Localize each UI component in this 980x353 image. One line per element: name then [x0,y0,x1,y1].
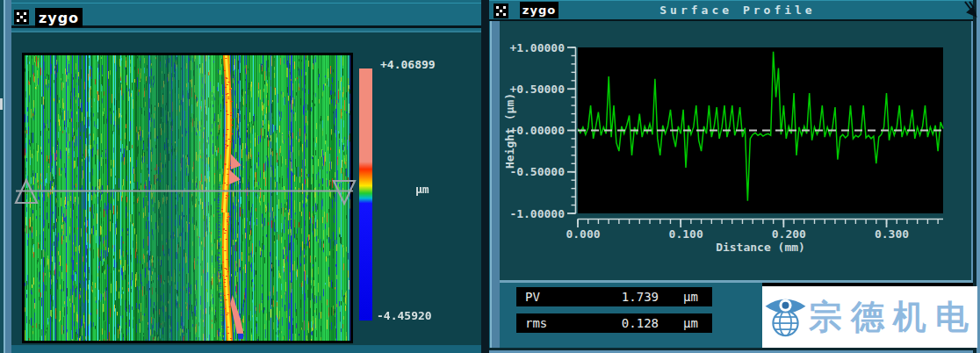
rms-readout: rms 0.128 µm [516,313,712,333]
surface-profile-window-edge [490,21,500,353]
svg-text:+1.00000: +1.00000 [509,41,565,54]
surface-profile-chart[interactable]: +1.00000+0.50000+0.00000-0.50000-1.00000… [500,21,973,283]
window-menu-icon [496,6,506,16]
x-axis-title: Distance (mm) [716,241,805,254]
svg-text:0.200: 0.200 [772,227,806,241]
svg-text:0.300: 0.300 [875,227,909,241]
svg-text:-0.50000: -0.50000 [509,165,565,178]
zygo-logo: zygo [35,8,83,27]
colorbar-unit-label: µm [415,183,429,196]
watermark: 宗德机电 [762,286,977,348]
rms-value: 0.128 [580,316,659,330]
svg-text:+0.50000: +0.50000 [509,83,565,96]
pv-value: 1.739 [580,290,659,304]
colorbar-min-label: -4.45920 [377,309,432,322]
svg-text:+0.00000: +0.00000 [509,124,565,137]
window-menu-button[interactable] [14,10,29,25]
profile-cursor[interactable] [9,172,360,213]
svg-text:0.100: 0.100 [669,227,703,241]
profile-cursor-right-handle[interactable] [334,181,355,204]
pv-readout: PV 1.739 µm [516,287,712,306]
window-menu-icon [17,12,26,22]
background-window-fragment [0,98,3,110]
cursor-tool-icon[interactable] [962,1,978,18]
svg-text:-1.00000: -1.00000 [509,207,565,220]
watermark-text: 宗德机电 [809,300,977,334]
pv-label: PV [516,290,580,304]
colorbar-max-label: +4.06899 [380,58,436,71]
surface-map-window-bottom-frame [11,345,481,353]
window-gap [481,0,489,353]
window-title: Surface Profile [615,4,861,17]
y-axis-title: Height (µm) [503,93,516,169]
rms-label: rms [516,316,580,330]
pv-unit: µm [659,290,698,304]
colorbar [359,68,372,321]
zygo-logo: zygo [520,2,558,18]
window-menu-button[interactable] [494,4,508,18]
svg-text:0.000: 0.000 [566,227,600,241]
watermark-globe-eye-icon [762,290,809,344]
rms-unit: µm [659,316,698,330]
